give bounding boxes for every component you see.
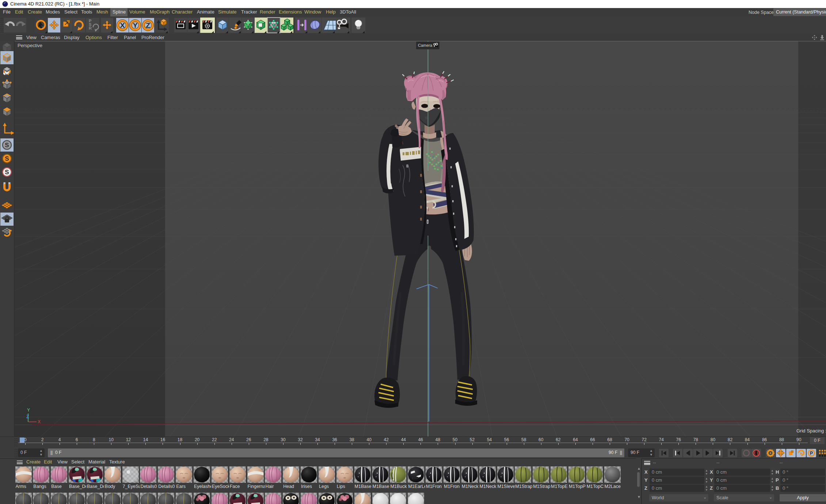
svg-text:S: S	[5, 142, 9, 149]
svg-text:S: S	[5, 169, 9, 176]
svg-text:P: P	[810, 451, 813, 456]
svg-text:Z: Z	[146, 22, 150, 29]
svg-text:R: R	[89, 26, 92, 30]
svg-text:Z: Z	[26, 414, 29, 419]
svg-text:Y: Y	[133, 22, 138, 29]
svg-text:Y: Y	[27, 408, 30, 413]
svg-text:X: X	[38, 419, 41, 424]
svg-text:S: S	[5, 155, 9, 162]
svg-text:X: X	[120, 22, 125, 29]
